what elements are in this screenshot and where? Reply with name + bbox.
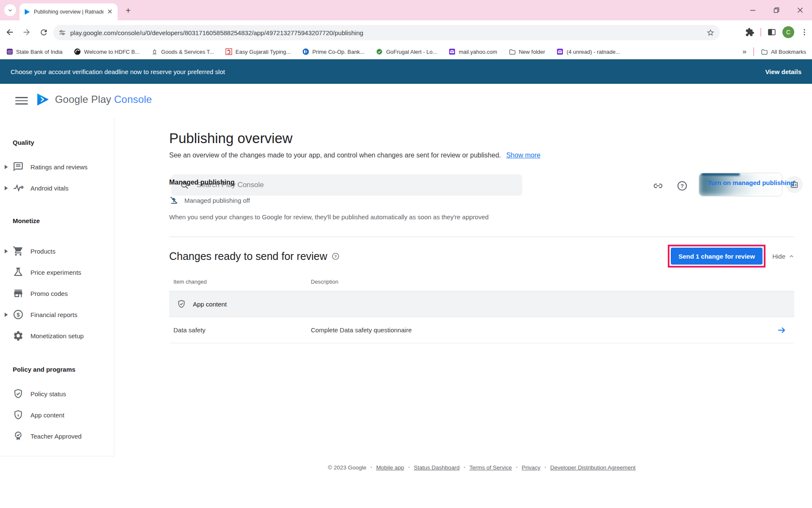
hide-toggle[interactable]: Hide <box>772 253 794 260</box>
folder-icon <box>761 48 768 55</box>
play-favicon-icon <box>24 8 30 15</box>
footer-link-dda[interactable]: Developer Distribution Agreement <box>550 464 636 471</box>
bookmark-sbi[interactable]: yono State Bank of India <box>6 48 63 55</box>
logo-text: Google Play Console <box>55 94 152 105</box>
sidebar: Quality Ratings and reviews Android vita… <box>0 118 114 456</box>
toolbar-right: C <box>745 20 809 44</box>
sidebar-item-price-experiments[interactable]: Price experiments <box>0 262 114 283</box>
cart-icon <box>13 246 24 257</box>
sidebar-item-monetization-setup[interactable]: Monetization setup <box>0 325 114 346</box>
changes-header-row: Changes ready to send for review ? Send … <box>169 245 794 268</box>
browser-titlebar: Publishing overview | Ratnadee ✕ + <box>0 0 812 20</box>
caret-right-icon[interactable] <box>4 249 8 254</box>
gear-icon <box>13 330 24 341</box>
sidebar-item-android-vitals[interactable]: Android vitals <box>0 177 114 199</box>
browser-tab[interactable]: Publishing overview | Ratnadee ✕ <box>19 3 118 20</box>
page-subtitle: See an overview of the changes made to y… <box>169 152 794 159</box>
managed-publishing-heading: Managed publishing <box>169 179 235 186</box>
bookmark-gofrugal[interactable]: GoFrugal Alert - Lo... <box>376 48 437 55</box>
extensions-icon[interactable] <box>745 28 754 37</box>
forward-button[interactable] <box>19 25 34 39</box>
main-content: Publishing overview See an overview of t… <box>169 118 794 471</box>
view-details-button[interactable]: View details <box>765 68 801 75</box>
page-footer: © 2023 GoogleMobile appStatus DashboardT… <box>169 464 794 471</box>
table-row[interactable]: Data safety Complete Data safety questio… <box>169 317 794 343</box>
group-label: App content <box>193 301 227 308</box>
row-description: Complete Data safety questionnaire <box>311 326 411 334</box>
send-change-for-review-button[interactable]: Send 1 change for review <box>671 248 763 265</box>
back-button[interactable] <box>3 25 17 39</box>
copyright: © 2023 Google <box>328 464 366 471</box>
flask-icon <box>13 267 24 278</box>
footer-link-terms[interactable]: Terms of Service <box>469 464 512 471</box>
sidebar-item-app-content[interactable]: App content <box>0 404 114 425</box>
profile-avatar[interactable]: C <box>782 26 794 38</box>
screen: Publishing overview | Ratnadee ✕ + play.… <box>0 0 812 508</box>
sidebar-item-products[interactable]: Products <box>0 240 114 262</box>
restore-button[interactable] <box>765 0 788 20</box>
caret-right-icon[interactable] <box>4 186 8 190</box>
site-settings-icon[interactable] <box>58 29 66 36</box>
arrow-right-icon[interactable] <box>776 325 787 335</box>
section-title-monetize: Monetize <box>0 217 114 224</box>
show-more-link[interactable]: Show more <box>506 152 540 159</box>
new-tab-button[interactable]: + <box>123 5 134 16</box>
bookmarks-overflow-icon[interactable]: » <box>742 47 746 56</box>
managed-publishing-status-text: Managed publishing off <box>184 197 250 204</box>
bookmark-gujarati[interactable]: Easy Gujarati Typing... <box>225 48 291 55</box>
sidebar-item-financial-reports[interactable]: $ Financial reports <box>0 304 114 325</box>
caret-right-icon[interactable] <box>4 165 8 169</box>
folder-icon <box>509 48 516 55</box>
sidebar-item-ratings-and-reviews[interactable]: Ratings and reviews <box>0 156 114 177</box>
tab-search-button[interactable] <box>4 4 16 16</box>
turn-on-managed-publishing-link[interactable]: Turn on managed publishing <box>708 179 794 186</box>
menu-kebab-icon[interactable] <box>800 28 809 36</box>
footer-link-status-dashboard[interactable]: Status Dashboard <box>414 464 460 471</box>
footer-link-privacy[interactable]: Privacy <box>522 464 540 471</box>
tab-close-icon[interactable]: ✕ <box>107 8 112 15</box>
bookmarks-separator <box>753 47 754 56</box>
sidebar-item-teacher-approved[interactable]: Teacher Approved <box>0 425 114 447</box>
publishing-off-icon <box>169 196 178 205</box>
bookmark-hdfc[interactable]: Welcome to HDFC B... <box>74 48 140 55</box>
play-logo-icon <box>36 92 50 107</box>
managed-publishing-description: When you send your changes to Google for… <box>169 213 794 221</box>
bookmark-star-icon[interactable] <box>706 28 715 37</box>
url-text[interactable]: play.google.com/console/u/0/developers/8… <box>70 29 702 36</box>
minimize-button[interactable] <box>741 0 765 20</box>
changes-heading: Changes ready to send for review ? <box>169 250 340 262</box>
reviews-icon <box>13 161 24 172</box>
column-item-changed: Item changed <box>169 279 311 285</box>
bookmark-yahoo-mail[interactable]: mail.yahoo.com <box>449 48 497 55</box>
mail-icon <box>557 48 564 55</box>
dollar-circle-icon: $ <box>13 309 24 320</box>
sidebar-item-policy-status[interactable]: Policy status <box>0 383 114 404</box>
prime-bank-icon <box>302 48 309 55</box>
bookmark-new-folder[interactable]: New folder <box>509 48 545 55</box>
table-group-row: App content <box>169 291 794 317</box>
managed-publishing-status: Managed publishing off <box>169 196 794 205</box>
bookmarks-right: » All Bookmarks <box>742 47 806 56</box>
bookmark-unread-mail[interactable]: (4 unread) - ratnade... <box>557 48 620 55</box>
shield-check-icon <box>177 299 186 309</box>
bookmark-gst[interactable]: Goods & Services T... <box>151 48 214 55</box>
changes-actions: Send 1 change for review Hide <box>668 245 794 268</box>
help-icon[interactable]: ? <box>332 252 340 260</box>
app-header: Google Play Console ? <box>0 84 812 118</box>
bookmark-prime-bank[interactable]: Prime Co-Op. Bank... <box>302 48 365 55</box>
section-divider <box>169 237 794 237</box>
table-header: Item changed Description <box>169 279 794 291</box>
close-window-button[interactable] <box>788 0 812 20</box>
chevron-up-icon <box>789 254 794 259</box>
caret-right-icon[interactable] <box>4 312 8 317</box>
side-panel-icon[interactable] <box>767 28 776 37</box>
url-bar[interactable]: play.google.com/console/u/0/developers/8… <box>53 25 720 40</box>
all-bookmarks-button[interactable]: All Bookmarks <box>761 48 806 55</box>
play-console-logo[interactable]: Google Play Console <box>36 92 152 107</box>
reload-button[interactable] <box>36 25 51 39</box>
footer-link-mobile-app[interactable]: Mobile app <box>376 464 404 471</box>
hamburger-menu-icon[interactable] <box>15 95 28 107</box>
sidebar-item-promo-codes[interactable]: Promo codes <box>0 283 114 304</box>
gujarati-typing-icon <box>225 48 233 55</box>
storefront-icon <box>13 288 24 299</box>
